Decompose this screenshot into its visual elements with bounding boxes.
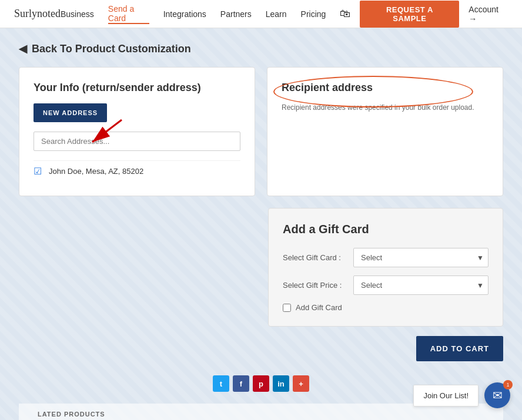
facebook-share-button[interactable]: f xyxy=(233,375,249,392)
main-content: ◀ Back To Product Customization Your Inf… xyxy=(0,28,522,420)
checkbox-checked-icon[interactable]: ☑ xyxy=(34,166,42,177)
back-arrow-icon: ◀ xyxy=(19,42,27,55)
nav-integrations[interactable]: Integrations xyxy=(163,9,206,19)
chat-icon: ✉ xyxy=(493,388,503,402)
select-gift-card-label: Select Gift Card : xyxy=(283,253,353,262)
select-gift-price-row: Select Gift Price : Select ▼ xyxy=(283,275,488,295)
cart-icon[interactable]: 🛍 xyxy=(340,8,350,20)
header: Surlynoted Business Send a Card Integrat… xyxy=(0,0,522,28)
select-gift-card-row: Select Gift Card : Select ▼ xyxy=(283,248,488,267)
main-nav: Business Send a Card Integrations Partne… xyxy=(61,4,326,24)
gift-card-title: Add a Gift Card xyxy=(283,223,488,236)
pinterest-icon: p xyxy=(259,379,263,388)
top-row: Your Info (return/sender address) NEW AD… xyxy=(19,67,503,196)
select-gift-card-dropdown[interactable]: Select xyxy=(353,248,488,267)
add-to-cart-button[interactable]: ADD TO CART xyxy=(416,336,503,361)
bottom-right-buttons: Join Our List! ✉ 1 xyxy=(413,382,510,408)
recipient-address-card: Recipient address Recipient addresses we… xyxy=(267,67,503,196)
nav-partners[interactable]: Partners xyxy=(220,9,252,19)
recipient-title: Recipient address xyxy=(282,82,488,94)
select-gift-card-wrapper: Select ▼ xyxy=(353,248,488,267)
add-gift-card-row: Add Gift Card xyxy=(283,303,488,312)
select-gift-price-dropdown[interactable]: Select xyxy=(353,275,488,295)
related-products-label: LATED PRODUCTS xyxy=(38,411,105,418)
select-gift-price-wrapper: Select ▼ xyxy=(353,275,488,295)
twitter-icon: t xyxy=(220,379,222,388)
account-link[interactable]: Account → xyxy=(469,5,508,23)
add-gift-card-checkbox[interactable] xyxy=(283,304,291,312)
back-link-label: Back To Product Customization xyxy=(32,43,191,55)
pinterest-share-button[interactable]: p xyxy=(253,375,269,392)
back-link[interactable]: ◀ Back To Product Customization xyxy=(19,42,503,55)
nav-business[interactable]: Business xyxy=(61,9,94,19)
address-row: ☑ John Doe, Mesa, AZ, 85202 xyxy=(34,160,240,182)
gift-card-box: Add a Gift Card Select Gift Card : Selec… xyxy=(268,208,503,327)
nav-learn[interactable]: Learn xyxy=(266,9,287,19)
gift-card-container: Add a Gift Card Select Gift Card : Selec… xyxy=(268,208,503,327)
arrow-annotation xyxy=(34,132,240,160)
recipient-description: Recipient addresses were specified in yo… xyxy=(282,103,488,112)
request-sample-button[interactable]: REQUEST A SAMPLE xyxy=(360,1,459,28)
chat-badge: 1 xyxy=(503,380,513,389)
gift-card-row: Add a Gift Card Select Gift Card : Selec… xyxy=(19,208,503,327)
twitter-share-button[interactable]: t xyxy=(213,375,229,392)
your-info-card: Your Info (return/sender address) NEW AD… xyxy=(19,67,255,196)
search-addresses-input[interactable] xyxy=(34,132,240,151)
linkedin-share-button[interactable]: in xyxy=(273,375,289,392)
facebook-icon: f xyxy=(240,379,242,388)
new-address-button[interactable]: NEW ADDRESS xyxy=(34,103,107,122)
join-list-button[interactable]: Join Our List! xyxy=(413,385,478,406)
linkedin-icon: in xyxy=(277,379,285,388)
select-gift-price-label: Select Gift Price : xyxy=(283,281,353,290)
add-to-cart-row: ADD TO CART xyxy=(19,336,503,361)
your-info-title: Your Info (return/sender address) xyxy=(34,82,240,94)
logo[interactable]: Surlynoted xyxy=(14,8,61,20)
header-icons: 🛍 REQUEST A SAMPLE Account → xyxy=(340,1,508,28)
nav-send-a-card[interactable]: Send a Card xyxy=(108,4,149,24)
more-share-button[interactable]: + xyxy=(293,375,309,392)
address-text: John Doe, Mesa, AZ, 85202 xyxy=(49,167,143,176)
add-gift-card-label: Add Gift Card xyxy=(296,303,342,312)
chat-widget-button[interactable]: ✉ 1 xyxy=(484,382,510,408)
plus-icon: + xyxy=(299,379,303,388)
nav-pricing[interactable]: Pricing xyxy=(301,9,326,19)
